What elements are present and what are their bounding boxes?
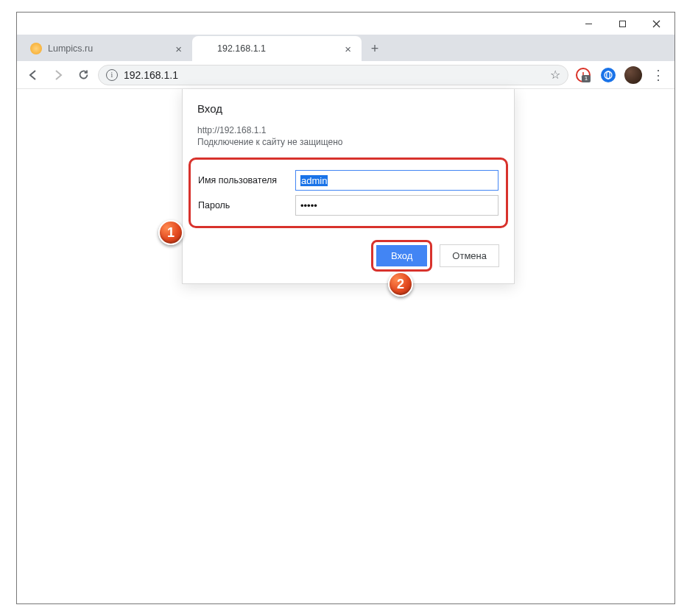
reload-button[interactable]	[73, 65, 94, 85]
svg-point-4	[605, 71, 612, 79]
site-info-icon[interactable]: i	[106, 69, 118, 81]
reload-icon	[77, 68, 90, 81]
annotation-highlight-fields: Имя пользователя admin Пароль	[189, 157, 508, 228]
window-minimize-button[interactable]	[571, 13, 605, 35]
new-tab-button[interactable]: +	[364, 38, 385, 59]
extension-opera[interactable]	[598, 65, 619, 85]
dialog-insecure-warning: Подключение к сайту не защищено	[197, 137, 499, 147]
favicon-icon	[30, 43, 42, 54]
username-input[interactable]: admin	[295, 170, 498, 191]
password-input[interactable]	[295, 195, 498, 216]
window-close-button[interactable]	[639, 13, 673, 35]
cancel-button[interactable]: Отмена	[440, 244, 499, 267]
back-button[interactable]	[23, 65, 43, 85]
annotation-badge-2: 2	[388, 272, 413, 297]
http-auth-dialog: Вход http://192.168.1.1 Подключение к са…	[182, 89, 515, 284]
tab-strip: Lumpics.ru × 192.168.1.1 × +	[17, 35, 674, 61]
kebab-icon: ⋮	[652, 67, 665, 83]
tab-close-icon[interactable]: ×	[172, 43, 185, 55]
window-maximize-button[interactable]	[605, 13, 639, 35]
login-button[interactable]: Вход	[376, 245, 427, 266]
avatar-icon	[624, 66, 642, 84]
page-viewport: Вход http://192.168.1.1 Подключение к са…	[17, 89, 674, 603]
minimize-icon	[585, 20, 593, 28]
tab-router[interactable]: 192.168.1.1 ×	[192, 36, 362, 61]
close-icon	[652, 20, 660, 28]
tab-close-icon[interactable]: ×	[342, 43, 354, 55]
arrow-right-icon	[52, 68, 65, 82]
svg-rect-1	[619, 21, 625, 26]
annotation-highlight-login: Вход	[371, 240, 432, 272]
window-titlebar	[17, 13, 674, 35]
profile-avatar[interactable]	[623, 65, 644, 85]
browser-menu-button[interactable]: ⋮	[648, 65, 669, 85]
dialog-origin: http://192.168.1.1	[197, 125, 499, 135]
bookmark-star-icon[interactable]: ☆	[550, 68, 560, 82]
dialog-button-row: Вход Отмена	[197, 240, 499, 272]
adblock-icon: 1	[576, 68, 591, 82]
arrow-left-icon	[27, 68, 40, 82]
svg-point-5	[607, 71, 610, 79]
badge-count: 1	[582, 75, 591, 82]
globe-icon	[601, 68, 616, 82]
favicon-icon	[200, 43, 211, 54]
address-bar[interactable]: i 192.168.1.1 ☆	[98, 65, 568, 85]
maximize-icon	[619, 20, 627, 28]
forward-button[interactable]	[48, 65, 68, 85]
extension-adblock[interactable]: 1	[573, 65, 593, 85]
browser-window: Lumpics.ru × 192.168.1.1 × + i 192.168.1…	[16, 12, 675, 604]
username-value: admin	[300, 175, 328, 186]
tab-title: 192.168.1.1	[217, 43, 336, 54]
password-label: Пароль	[198, 200, 288, 210]
dialog-title: Вход	[197, 102, 499, 115]
browser-toolbar: i 192.168.1.1 ☆ 1 ⋮	[17, 61, 674, 89]
tab-title: Lumpics.ru	[48, 43, 166, 54]
annotation-badge-1: 1	[158, 220, 183, 245]
url-text: 192.168.1.1	[124, 69, 544, 81]
username-label: Имя пользователя	[198, 175, 288, 185]
tab-lumpics[interactable]: Lumpics.ru ×	[23, 36, 192, 61]
